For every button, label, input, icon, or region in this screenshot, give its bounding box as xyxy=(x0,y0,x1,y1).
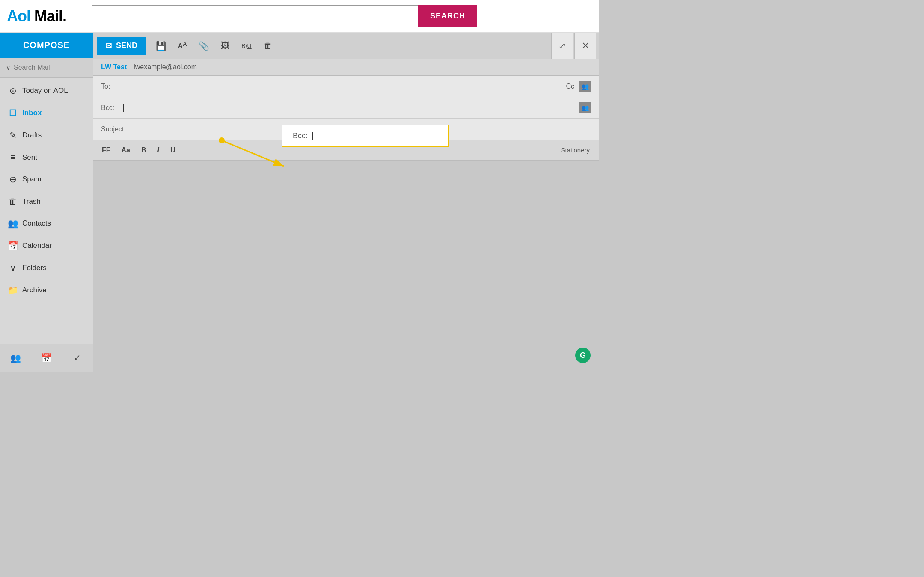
drafts-icon: ✎ xyxy=(8,130,18,140)
font-size-button[interactable]: Aa xyxy=(117,143,134,158)
contacts-icon: 👥 xyxy=(8,218,18,229)
subject-label: Subject: xyxy=(101,125,126,133)
sidebar-item-label: Trash xyxy=(22,197,41,206)
bold-button[interactable]: B xyxy=(137,143,151,158)
attach-icon: 📎 xyxy=(199,41,209,51)
sidebar-item-archive[interactable]: 📁 Archive xyxy=(0,279,93,301)
sidebar-item-calendar[interactable]: 📅 Calendar xyxy=(0,235,93,257)
header: Aol Mail. SEARCH xyxy=(0,0,599,33)
stationery-button[interactable]: Stationery xyxy=(556,146,595,154)
grammarly-badge[interactable]: G xyxy=(575,348,591,363)
sidebar-nav: ⊙ Today on AOL ☐ Inbox ✎ Drafts ≡ Sent ⊖… xyxy=(0,78,93,344)
expand-button[interactable]: ⤢ xyxy=(551,33,573,59)
save-icon: 💾 xyxy=(156,41,166,51)
delete-button[interactable]: 🗑 xyxy=(258,36,278,55)
sidebar-item-drafts[interactable]: ✎ Drafts xyxy=(0,124,93,146)
sidebar-item-label: Today on AOL xyxy=(22,86,68,95)
bcc-cursor xyxy=(123,104,124,112)
logo-dot: . xyxy=(62,7,66,25)
search-mail-input[interactable] xyxy=(14,64,99,71)
to-contacts-button[interactable]: 👥 xyxy=(579,81,591,92)
footer-contacts-button[interactable]: 👥 xyxy=(6,348,25,367)
close-button[interactable]: ✕ xyxy=(574,33,596,59)
trash-icon: 🗑 xyxy=(8,196,18,206)
search-button[interactable]: SEARCH xyxy=(418,5,477,27)
sidebar-item-trash[interactable]: 🗑 Trash xyxy=(0,190,93,212)
compose-button[interactable]: COMPOSE xyxy=(0,33,93,58)
sidebar-item-label: Sent xyxy=(22,153,37,162)
logo-aol: Aol xyxy=(7,7,30,25)
calendar-icon: 📅 xyxy=(8,241,18,251)
from-name: LW Test xyxy=(101,63,127,71)
inbox-icon: ☐ xyxy=(8,108,18,118)
compose-area: ✉ SEND 💾 AA 📎 🖼 B/U 🗑 ⤢ xyxy=(93,33,599,372)
send-label: SEND xyxy=(116,41,137,50)
footer-calendar-button[interactable]: 📅 xyxy=(37,348,56,367)
underline-button[interactable]: U xyxy=(166,143,180,158)
sidebar-item-label: Archive xyxy=(22,286,47,294)
bcc-popup-cursor xyxy=(312,132,313,140)
expand-icon: ⤢ xyxy=(559,41,566,51)
sidebar-item-label: Inbox xyxy=(22,109,42,117)
image-button[interactable]: 🖼 xyxy=(215,36,235,55)
format-button[interactable]: B/U xyxy=(237,36,256,55)
image-icon: 🖼 xyxy=(221,41,229,51)
send-button[interactable]: ✉ SEND xyxy=(97,37,146,55)
logo: Aol Mail. xyxy=(7,7,66,25)
to-field-row: To: Cc 👥 xyxy=(93,76,599,97)
font-family-button[interactable]: FF xyxy=(98,143,115,158)
from-email: lwexample@aol.com xyxy=(134,63,197,71)
format-icon: B/U xyxy=(241,42,251,49)
search-input[interactable] xyxy=(92,5,418,27)
search-mail-row: ∨ 🔍 xyxy=(0,58,93,78)
sidebar-item-inbox[interactable]: ☐ Inbox xyxy=(0,102,93,124)
contacts-picker-icon: 👥 xyxy=(582,83,589,90)
close-icon: ✕ xyxy=(582,40,589,51)
email-body[interactable]: G xyxy=(93,161,599,372)
bcc-popup: Bcc: xyxy=(282,125,449,147)
font-button[interactable]: AA xyxy=(172,36,192,55)
sidebar-item-label: Drafts xyxy=(22,131,42,140)
main-layout: COMPOSE ∨ 🔍 ⊙ Today on AOL ☐ Inbox ✎ Dra… xyxy=(0,33,599,372)
bcc-label: Bcc: xyxy=(101,104,122,112)
bcc-field-row: Bcc: 👥 xyxy=(93,97,599,119)
from-row: LW Test lwexample@aol.com xyxy=(93,59,599,76)
sidebar-item-label: Contacts xyxy=(22,219,51,228)
logo-mail: Mail xyxy=(34,7,62,25)
sidebar: COMPOSE ∨ 🔍 ⊙ Today on AOL ☐ Inbox ✎ Dra… xyxy=(0,33,93,372)
send-icon: ✉ xyxy=(105,41,112,51)
sidebar-item-contacts[interactable]: 👥 Contacts xyxy=(0,212,93,235)
save-draft-button[interactable]: 💾 xyxy=(151,36,171,55)
search-mail-chevron-icon: ∨ xyxy=(6,64,10,71)
sent-icon: ≡ xyxy=(8,152,18,162)
italic-button[interactable]: I xyxy=(153,143,163,158)
sidebar-item-today-aol[interactable]: ⊙ Today on AOL xyxy=(0,80,93,102)
attach-button[interactable]: 📎 xyxy=(194,36,214,55)
sidebar-item-spam[interactable]: ⊖ Spam xyxy=(0,168,93,190)
search-bar: SEARCH xyxy=(92,5,477,27)
spam-icon: ⊖ xyxy=(8,174,18,184)
sidebar-footer: 👥 📅 ✓ xyxy=(0,344,93,372)
footer-tasks-button[interactable]: ✓ xyxy=(68,348,87,367)
bcc-contacts-icon: 👥 xyxy=(582,104,589,111)
sidebar-item-sent[interactable]: ≡ Sent xyxy=(0,146,93,168)
bcc-contacts-button[interactable]: 👥 xyxy=(579,102,591,113)
sidebar-item-folders[interactable]: ∨ Folders xyxy=(0,257,93,279)
delete-icon: 🗑 xyxy=(264,41,272,51)
bcc-popup-label: Bcc: xyxy=(293,131,308,140)
font-icon: AA xyxy=(178,41,187,50)
folders-chevron-icon: ∨ xyxy=(8,263,18,273)
archive-icon: 📁 xyxy=(8,285,18,295)
to-input[interactable] xyxy=(122,76,566,97)
sidebar-item-label: Spam xyxy=(22,175,41,184)
today-aol-icon: ⊙ xyxy=(8,86,18,96)
sidebar-item-label: Folders xyxy=(22,264,47,272)
cc-button[interactable]: Cc xyxy=(566,83,574,90)
sidebar-item-label: Calendar xyxy=(22,241,52,250)
to-label: To: xyxy=(101,83,122,90)
compose-toolbar: ✉ SEND 💾 AA 📎 🖼 B/U 🗑 ⤢ xyxy=(93,33,599,59)
